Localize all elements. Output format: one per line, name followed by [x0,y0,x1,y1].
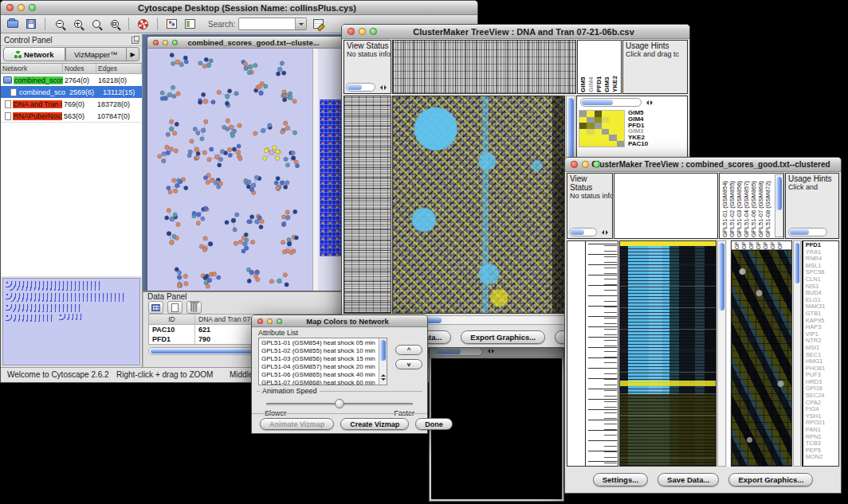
matrix-cell[interactable] [609,135,616,141]
zoom-selected-icon[interactable] [108,18,121,31]
treeview-action-button[interactable]: Export Graphics... [728,473,813,486]
vizmapper-icon[interactable] [165,18,179,31]
close-button[interactable] [153,40,159,45]
scroll-left-icon[interactable] [644,100,649,105]
treeview-action-button[interactable]: Export Graphics... [461,330,545,344]
tab-vizmapper[interactable]: VizMapper™ [65,47,128,61]
scroll-right-icon[interactable] [492,349,497,354]
dialog-title-bar[interactable]: Map Colors to Network [252,315,427,327]
matrix-cell[interactable] [617,117,624,123]
network-canvas[interactable] [147,49,312,291]
matrix-cell[interactable] [617,111,624,117]
treeview-combined-title-bar[interactable]: ClusterMaker TreeView : combined_scores_… [565,158,841,172]
animate-vizmap-button[interactable]: Animate Vizmap [260,418,334,430]
column-gene-label[interactable]: YKE2 [611,41,618,92]
column-gene-label[interactable]: PFD1 [595,41,603,92]
matrix-cell[interactable] [609,111,616,117]
matrix-cell[interactable] [602,111,609,117]
column-gene-label[interactable]: PAC10 [619,41,622,92]
matrix-cell[interactable] [602,141,609,147]
zoom-button[interactable] [172,40,178,45]
treeview-action-button[interactable]: Save Data... [658,473,719,486]
row-dendrogram[interactable] [344,96,391,314]
network-overview-thumbnail[interactable] [2,278,140,365]
grid-network-panel[interactable] [318,49,344,291]
move-down-button[interactable]: v [395,359,422,369]
scroll-up-icon[interactable] [381,372,386,377]
detail-heatmap[interactable] [732,250,791,466]
matrix-cell[interactable] [609,129,616,135]
scroll-right-icon[interactable] [606,230,610,235]
matrix-cell[interactable] [579,123,587,129]
animation-speed-slider[interactable] [266,403,413,405]
minimize-button[interactable] [267,318,273,324]
new-attribute-icon[interactable] [167,301,183,314]
array-column-label[interactable]: GPL51-01 (GSM854) [721,174,728,237]
attribute-list[interactable]: GPL51-01 (GSM854) heat shock 05 minGPL51… [258,338,387,385]
array-column-label[interactable]: GPL51-07 (GSM868) [757,174,764,237]
global-heatmap[interactable] [392,96,565,314]
zoom-button[interactable] [29,4,36,11]
matrix-cell[interactable] [602,129,609,135]
close-button[interactable] [571,161,578,168]
matrix-cell[interactable] [602,135,609,141]
matrix-cell[interactable] [617,135,624,141]
network-row[interactable]: RNAPuberNov2+ 563(0) 107847(0) [1,110,142,122]
column-dendrogram[interactable] [392,40,576,94]
zoom-out-icon[interactable] [53,18,66,31]
matrix-cell[interactable] [602,123,609,129]
matrix-cell[interactable] [595,135,602,141]
matrix-cell[interactable] [579,117,587,123]
detail-matrix[interactable] [579,110,625,147]
view-status-hscrollbar[interactable] [569,228,610,236]
row-gene-label[interactable]: PAC10 [628,141,648,147]
array-column-label[interactable]: GPL51-02 (GSM855) [728,174,736,237]
float-panel-icon[interactable] [132,37,139,44]
network-view-title-bar[interactable]: combined_scores_good.txt--cluste... [147,37,344,49]
view-status-hscrollbar[interactable] [346,83,389,92]
main-title-bar[interactable]: Cytoscape Desktop (Session Name: collins… [1,1,477,15]
annotation-icon[interactable] [183,18,197,31]
save-icon[interactable] [24,18,37,31]
attribute-list-item[interactable]: GPL51-03 (GSM856) heat shock 15 min [261,355,387,363]
scroll-down-icon[interactable] [381,378,386,383]
zoom-button[interactable] [370,28,377,35]
treeview-dna-title-bar[interactable]: ClusterMaker TreeView : DNA and Tran 07-… [342,25,689,39]
fragment-hscrollbar[interactable] [434,347,497,356]
search-input[interactable] [238,18,307,30]
done-button[interactable]: Done [415,418,453,430]
close-button[interactable] [6,4,14,11]
matrix-cell[interactable] [579,141,587,147]
attribute-editor-icon[interactable] [312,18,325,31]
network-row[interactable]: combined_sco 2569(6) 13112(15) [1,86,142,98]
select-attributes-icon[interactable] [148,301,163,314]
array-column-label[interactable]: GPL51-04 (GSM857) [743,174,750,237]
scroll-right-icon[interactable] [384,85,389,90]
matrix-cell[interactable] [579,129,587,135]
scroll-right-icon[interactable] [650,100,655,105]
treeview-action-button[interactable]: Settings... [593,473,648,486]
attribute-list-item[interactable]: GPL51-04 (GSM857) heat shock 20 min [261,363,387,371]
zoom-button[interactable] [593,161,600,168]
delete-attribute-icon[interactable] [186,301,202,314]
column-gene-label[interactable]: GIM5 [579,41,587,92]
minimize-button[interactable] [359,28,366,35]
matrix-cell[interactable] [579,135,587,141]
column-dendrogram[interactable] [614,173,718,239]
detail-vscrollbar[interactable] [793,240,801,467]
matrix-cell[interactable] [579,111,587,117]
search-dropdown-icon[interactable] [295,18,306,29]
matrix-cell[interactable] [587,135,594,141]
help-lifesaver-icon[interactable] [136,18,150,31]
array-column-label[interactable]: GPL51-06 (GSM865) [750,174,757,237]
open-file-icon[interactable] [6,18,19,31]
tab-network[interactable]: Network [3,47,65,61]
global-heatmap-vscrollbar[interactable] [717,240,727,467]
matrix-cell[interactable] [595,123,602,129]
matrix-cell[interactable] [587,129,594,135]
close-button[interactable] [347,28,355,35]
zoom-in-icon[interactable] [71,18,84,31]
network-row[interactable]: DNA and Tran 07 769(0) 183728(0) [1,98,142,110]
usage-hints-hscrollbar[interactable] [788,228,827,236]
scroll-left-icon[interactable] [378,85,383,90]
